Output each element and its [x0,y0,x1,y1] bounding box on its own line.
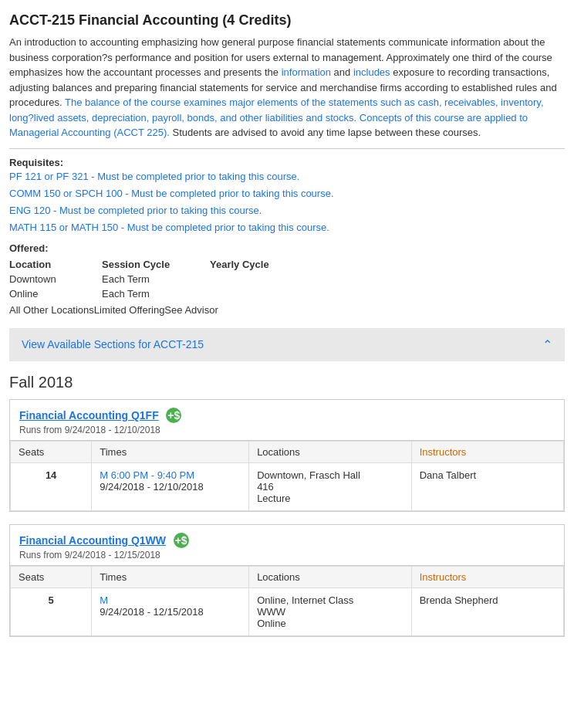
section-name-1[interactable]: Financial Accounting Q1FF [19,409,159,422]
requisites-label: Requisites: [9,157,63,168]
offered-col-session: Session Cycle [102,257,210,272]
section-badge-2: +$ [174,533,189,548]
link-information[interactable]: information [282,66,331,78]
col-times-2: Times [92,566,249,587]
offered-row-online: Online Each Term [9,286,565,301]
instructor-value-2: Brenda Shepherd [411,587,563,635]
location-value-1: Downtown, Frasch Hall 416 Lecture [249,462,411,510]
table-row: 14 M 6:00 PM - 9:40 PM 9/24/2018 - 12/10… [11,462,564,510]
offered-yearly-1 [210,272,565,286]
seats-value-1: 14 [11,462,92,510]
location-line3-2: Online [257,618,286,629]
offered-section: Offered: Location Session Cycle Yearly C… [9,242,565,316]
location-line2-1: 416 [257,481,274,493]
offered-col-location: Location [9,257,102,272]
section-table-1: Seats Times Locations Instructors 14 M 6… [10,441,564,511]
divider [9,148,565,149]
times-value-2: M 9/24/2018 - 12/15/2018 [92,587,249,635]
times-line1-1: M 6:00 PM - 9:40 PM [100,469,194,481]
col-times-1: Times [92,441,249,462]
col-seats-1: Seats [11,441,92,462]
location-line2-2: WWW [257,606,285,618]
section-name-2[interactable]: Financial Accounting Q1WW [19,534,166,547]
table-row: 5 M 9/24/2018 - 12/15/2018 Online, Inter… [11,587,564,635]
offered-session-2: Each Term [102,286,210,301]
col-seats-2: Seats [11,566,92,587]
section-card-header-2: Financial Accounting Q1WW +$ Runs from 9… [10,525,564,566]
view-sections-bar[interactable]: View Available Sections for ACCT-215 ⌃ [9,328,565,361]
times-line2-1: 9/24/2018 - 12/10/2018 [100,481,203,493]
col-locations-1: Locations [249,441,411,462]
section-badge-1: +$ [166,408,181,423]
col-instructors-1: Instructors [411,441,563,462]
location-value-2: Online, Internet Class WWW Online [249,587,411,635]
section-card-2: Financial Accounting Q1WW +$ Runs from 9… [9,524,565,637]
seats-value-2: 5 [11,587,92,635]
offered-row-downtown: Downtown Each Term [9,272,565,286]
offered-yearly-2 [210,286,565,301]
location-line1-2: Online, Internet Class [257,594,353,606]
requisite-1: PF 121 or PF 321 - Must be completed pri… [9,168,565,185]
col-locations-2: Locations [249,566,411,587]
course-description: An introduction to accounting emphasizin… [9,35,565,141]
link-balance[interactable]: The balance of the course examines major… [9,97,544,138]
offered-location-1: Downtown [9,272,102,286]
offered-col-yearly: Yearly Cycle [210,257,565,272]
offered-footer: All Other LocationsLimited OfferingSee A… [9,304,565,316]
section-runs-2: Runs from 9/24/2018 - 12/15/2018 [19,550,555,560]
semester-title: Fall 2018 [9,374,565,391]
section-card-header-1: Financial Accounting Q1FF +$ Runs from 9… [10,400,564,441]
link-includes[interactable]: includes [353,66,390,78]
instructor-value-1: Dana Talbert [411,462,563,510]
requisites-section: Requisites: PF 121 or PF 321 - Must be c… [9,157,565,236]
offered-table: Location Session Cycle Yearly Cycle Down… [9,257,565,301]
requisite-4: MATH 115 or MATH 150 - Must be completed… [9,219,565,236]
section-table-2: Seats Times Locations Instructors 5 M 9/… [10,566,564,636]
chevron-up-icon: ⌃ [542,337,552,352]
offered-session-1: Each Term [102,272,210,286]
offered-label: Offered: [9,242,49,254]
location-line3-1: Lecture [257,493,290,504]
view-sections-link[interactable]: View Available Sections for ACCT-215 [22,338,204,350]
location-line1-1: Downtown, Frasch Hall [257,469,360,481]
course-title: ACCT-215 Financial Accounting (4 Credits… [9,12,565,29]
times-line2-2: 9/24/2018 - 12/15/2018 [100,606,203,618]
section-card-1: Financial Accounting Q1FF +$ Runs from 9… [9,399,565,512]
requisite-3: ENG 120 - Must be completed prior to tak… [9,202,565,219]
times-value-1: M 6:00 PM - 9:40 PM 9/24/2018 - 12/10/20… [92,462,249,510]
times-line1-2: M [100,594,108,606]
offered-location-2: Online [9,286,102,301]
section-runs-1: Runs from 9/24/2018 - 12/10/2018 [19,425,555,435]
col-instructors-2: Instructors [411,566,563,587]
requisite-2: COMM 150 or SPCH 100 - Must be completed… [9,185,565,202]
